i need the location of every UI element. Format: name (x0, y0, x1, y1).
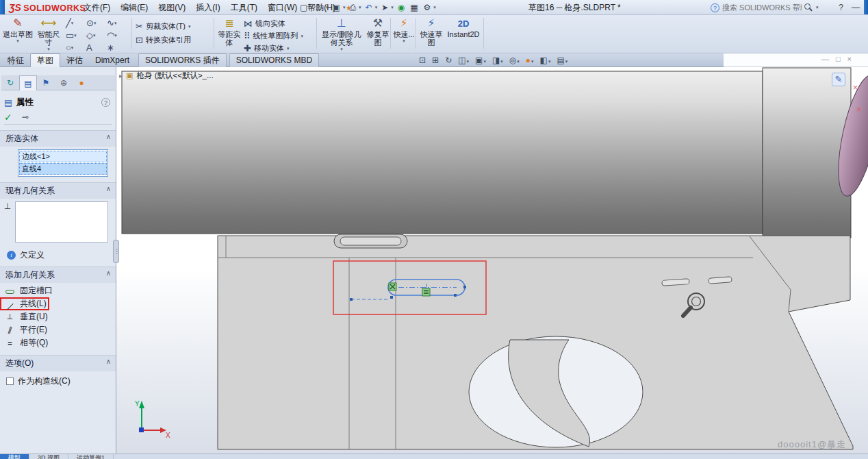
doc-close-icon[interactable] (847, 55, 852, 63)
relations-caret[interactable] (320, 47, 363, 51)
graphics-viewport[interactable]: × × (116, 67, 868, 454)
tab-solidworks-mbd[interactable]: SOLIDWORKS MBD (229, 53, 319, 67)
new-document-button[interactable] (298, 3, 309, 12)
instant2d-button[interactable]: 2D Instant2D (446, 16, 481, 52)
panel-help-icon[interactable] (101, 98, 110, 107)
rectangle-tool-button[interactable]: ▾ (66, 30, 77, 42)
construction-checkbox[interactable] (6, 377, 14, 385)
construction-line-option[interactable]: 作为构造线(C) (6, 375, 116, 387)
existing-relations-header[interactable]: 现有几何关系 (0, 182, 116, 199)
repair-sketch-button[interactable]: 修复草图 (366, 16, 390, 52)
select-button[interactable] (380, 3, 390, 12)
tab-sketch[interactable]: 草图 (30, 53, 60, 67)
exit-sketch-caret[interactable] (3, 38, 33, 43)
doc-restore-icon[interactable] (836, 55, 841, 63)
save-button[interactable] (331, 3, 342, 12)
options-button[interactable] (422, 3, 433, 12)
options-header[interactable]: 选项(O) (0, 355, 116, 371)
smart-dimension-caret[interactable] (34, 47, 63, 51)
tab-evaluate[interactable]: 评估 (60, 54, 89, 67)
convert-entities-button[interactable]: 转换实体引用 (136, 34, 191, 46)
model-tab[interactable]: 模型 (0, 454, 29, 459)
rapid-sketch-button[interactable]: 快速草图 (418, 16, 445, 52)
feature-tree-flyout[interactable]: 枪身 (默认<<默认>_... (119, 71, 214, 81)
circle-tool-button[interactable]: ▾ (86, 18, 96, 29)
tab-feature-manager[interactable] (1, 75, 19, 90)
tab-property-manager[interactable] (19, 75, 37, 90)
search-icon[interactable] (804, 3, 813, 12)
spline-tool-button[interactable]: ▾ (107, 18, 116, 29)
relation-collinear-button[interactable]: 共线(L) (0, 297, 49, 310)
text-tool-button[interactable] (86, 42, 92, 54)
help-icon[interactable] (839, 3, 843, 12)
file-properties-button[interactable] (409, 3, 419, 12)
sketch-confirmation-corner[interactable] (832, 73, 845, 86)
tab-solidworks-addins[interactable]: SOLIDWORKS 插件 (138, 53, 227, 67)
menu-edit[interactable]: 编辑(E) (120, 2, 148, 14)
expand-arrow-icon[interactable] (119, 72, 123, 79)
relation-badge-equal[interactable] (422, 288, 430, 296)
point-tool-button[interactable] (107, 42, 114, 54)
view-orientation-icon[interactable]: ▾ (475, 55, 486, 65)
barrel-cylinder[interactable] (122, 68, 868, 238)
apply-scene-icon[interactable]: ▾ (540, 55, 551, 65)
ok-button[interactable] (4, 112, 12, 123)
selected-entities-header[interactable]: 所选实体 (0, 130, 116, 147)
selected-entity-row[interactable]: 边线<1> (19, 151, 107, 162)
section-view-icon[interactable]: ▾ (458, 55, 469, 65)
panel-splitter[interactable]: ⋮ (113, 240, 119, 263)
zoom-area-icon[interactable] (432, 55, 439, 65)
tab-display-manager[interactable] (73, 75, 90, 90)
doc-minimize-icon[interactable] (821, 55, 829, 63)
previous-view-icon[interactable] (445, 55, 452, 65)
rapid-button[interactable]: 快速... (393, 16, 415, 52)
menu-tools[interactable]: 工具(T) (231, 2, 257, 14)
trim-entities-button[interactable]: 剪裁实体(T)▾ (136, 21, 190, 32)
display-style-icon[interactable]: ▾ (492, 55, 503, 65)
relation-perpendicular-button[interactable]: 垂直(U) (0, 310, 116, 323)
polygon-tool-button[interactable]: ▾ (86, 30, 96, 42)
relation-badge-coincident[interactable] (389, 283, 396, 290)
arc-tool-button[interactable]: ▾ (107, 30, 117, 42)
zoom-fit-icon[interactable] (419, 55, 426, 65)
exit-sketch-button[interactable]: 退出草图 (3, 16, 33, 52)
tab-dimxpert-manager[interactable] (55, 75, 73, 90)
mirror-entities-button[interactable]: 镜向实体 (244, 18, 285, 29)
search-caret-icon[interactable] (816, 5, 819, 10)
motion-study-tab[interactable]: 运动算例1 (68, 454, 114, 459)
3d-views-tab[interactable]: 3D 视图 (29, 454, 68, 459)
relation-fixed-slot-button[interactable]: 固定槽口 (0, 284, 116, 297)
selected-entity-row[interactable]: 直线4 (19, 163, 107, 175)
menu-window[interactable]: 窗口(W) (268, 2, 297, 14)
open-button[interactable] (316, 3, 324, 12)
relation-equal-button[interactable]: 相等(Q) (0, 336, 116, 349)
line-tool-button[interactable]: ▾ (66, 18, 73, 29)
ellipse-tool-button[interactable]: ▾ (66, 42, 73, 54)
tab-dimxpert[interactable]: DimXpert (89, 54, 136, 67)
view-settings-icon[interactable]: ▾ (557, 55, 567, 65)
hide-show-items-icon[interactable]: ▾ (509, 55, 520, 65)
selected-entities-list[interactable]: 边线<1> 直线4 (18, 149, 108, 177)
rapid-caret[interactable] (393, 38, 415, 43)
menu-file[interactable]: 文件(F) (84, 2, 110, 14)
menu-view[interactable]: 视图(V) (158, 2, 186, 14)
edit-appearance-icon[interactable]: ▾ (526, 55, 534, 65)
undo-button[interactable] (364, 3, 374, 12)
gun-frame-body[interactable] (218, 234, 853, 449)
offset-entities-button[interactable]: 等距实体 (216, 16, 242, 52)
tab-configuration-manager[interactable] (37, 75, 55, 90)
print-button[interactable] (348, 3, 357, 12)
add-relations-header[interactable]: 添加几何关系 (0, 266, 116, 283)
minimize-icon[interactable] (852, 3, 860, 12)
smart-dimension-button[interactable]: 智能尺寸 (34, 16, 63, 52)
model-canvas[interactable]: × × (116, 67, 868, 454)
existing-relations-list[interactable] (15, 201, 108, 243)
keep-visible-pin[interactable] (22, 112, 29, 122)
help-circle-icon[interactable] (711, 3, 719, 12)
part-tree-label[interactable]: 枪身 (默认<<默认>_... (136, 71, 213, 81)
rebuild-button[interactable] (396, 3, 406, 12)
menu-insert[interactable]: 插入(I) (196, 2, 220, 14)
search-input[interactable] (722, 3, 802, 12)
tab-features[interactable]: 特征 (1, 54, 30, 67)
move-entities-button[interactable]: 移动实体▾ (244, 42, 289, 54)
